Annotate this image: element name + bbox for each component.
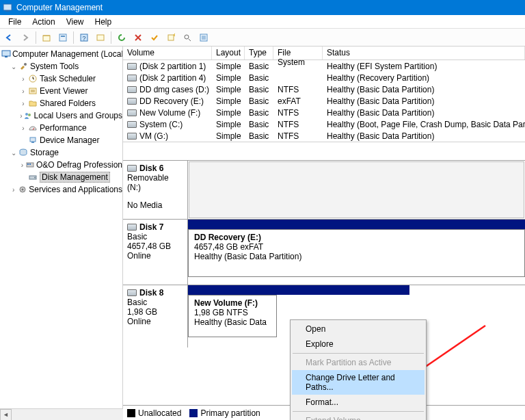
volume-row[interactable]: (Disk 2 partition 1)SimpleBasicHealthy (… [123,60,525,72]
menu-file[interactable]: File [3,16,27,28]
toolbar-refresh-button[interactable] [114,30,129,45]
menu-help[interactable]: Help [90,16,118,28]
tree-device-manager[interactable]: Device Manager [0,134,122,146]
svg-point-16 [25,113,28,116]
volume-name: VM (G:) [139,131,168,141]
disk-panel-6[interactable]: Disk 6 Removable (N:) No Media [123,160,525,219]
volume-icon [127,133,137,140]
tree-event-viewer[interactable]: › Event Viewer [0,85,122,97]
ctx-format[interactable]: Format... [292,395,425,410]
svg-rect-8 [168,35,174,40]
sidebar-scrollbar[interactable]: ◄ ► [0,408,123,420]
tree-disk-management[interactable]: Disk Management [0,171,122,183]
tree-system-tools[interactable]: ⌄ System Tools [0,60,122,73]
menu-action[interactable]: Action [27,16,60,28]
volume-row[interactable]: DD dmg cases (D:)SimpleBasicNTFSHealthy … [123,83,525,95]
volume-icon [127,75,137,81]
tree-task-scheduler[interactable]: › Task Scheduler [0,73,122,85]
partition-dd-recovery[interactable]: DD Recovery (E:) 4657,48 GB exFAT Health… [188,229,525,277]
volume-row[interactable]: (Disk 2 partition 4)SimpleBasicHealthy (… [123,72,525,83]
computer-icon [1,49,11,60]
ctx-separator [293,353,424,354]
svg-rect-22 [27,163,29,165]
defrag-icon [25,159,35,170]
svg-rect-11 [2,51,10,56]
volume-row[interactable]: New Volume (F:)SimpleBasicNTFSHealthy (B… [123,107,525,118]
ctx-change-drive-letter[interactable]: Change Drive Letter and Paths... [292,370,425,395]
tree-shared-folders[interactable]: › Shared Folders [0,97,122,109]
volume-row[interactable]: VM (G:)SimpleBasicNTFSHealthy (Basic Dat… [123,130,525,142]
volume-layout: Simple [212,73,245,83]
expander-icon[interactable]: › [19,75,27,83]
partition-new-volume[interactable]: New Volume (F:) 1,98 GB NTFS Healthy (Ba… [188,295,277,337]
toolbar-view-button[interactable] [93,30,108,45]
volume-icon [127,109,137,116]
menu-view[interactable]: View [61,16,90,28]
toolbar-new-button[interactable] [163,30,178,45]
toolbar-delete-button[interactable] [131,30,146,45]
col-filesystem[interactable]: File System [273,47,323,60]
disk-panel-7[interactable]: Disk 7 Basic 4657,48 GB Online DD Recove… [123,219,525,285]
svg-point-27 [21,189,23,191]
tree-storage[interactable]: ⌄ Storage [0,146,122,159]
toolbar-back-button[interactable] [1,30,16,45]
expander-icon[interactable]: › [19,161,25,169]
expander-icon[interactable]: ⌄ [10,63,18,70]
ctx-open[interactable]: Open [292,321,425,337]
volume-row[interactable]: System (C:)SimpleBasicNTFSHealthy (Boot,… [123,118,525,130]
services-icon [17,184,27,195]
volume-name: (Disk 2 partition 4) [139,73,206,83]
toolbar: ? [0,29,525,47]
expander-icon[interactable]: › [10,186,17,194]
disk-icon [127,224,137,231]
svg-rect-2 [43,36,50,41]
col-volume[interactable]: Volume [123,47,212,60]
tree-performance[interactable]: › Performance [0,122,122,134]
svg-point-25 [34,177,36,179]
svg-point-17 [28,114,31,116]
toolbar-list-button[interactable] [196,30,211,45]
toolbar-forward-button[interactable] [18,30,33,45]
ctx-explore[interactable]: Explore [292,337,425,352]
volume-icon [127,86,137,93]
tree-services[interactable]: › Services and Applications [0,183,122,196]
ctx-mark-active: Mark Partition as Active [292,355,425,370]
legend-unallocated: Unallocated [127,408,181,418]
scroll-left-icon[interactable]: ◄ [0,409,12,421]
toolbar-separator [73,31,74,44]
toolbar-props-button[interactable] [55,30,70,45]
expander-icon[interactable]: ⌄ [10,149,18,157]
disk-icon [127,165,137,172]
volume-name: DD dmg cases (D:) [139,85,209,94]
svg-rect-19 [31,142,34,143]
volume-fs: exFAT [273,96,323,106]
col-layout[interactable]: Layout [212,47,245,60]
volume-fs: NTFS [273,108,323,118]
ctx-separator [293,411,424,412]
volume-layout: Simple [212,85,245,94]
tree-local-users[interactable]: › Local Users and Groups [0,109,122,122]
toolbar-check-button[interactable] [147,30,162,45]
col-status[interactable]: Status [323,47,525,60]
svg-rect-0 [3,4,12,10]
tree-root[interactable]: Computer Management (Local [0,48,122,60]
svg-rect-1 [5,10,10,12]
expander-icon[interactable]: › [19,88,27,95]
toolbar-up-button[interactable] [39,30,54,45]
disk-info: Disk 8 Basic 1,98 GB Online [123,285,188,347]
volume-list: Volume Layout Type File System Status (D… [123,47,525,142]
volume-status: Healthy (Boot, Page File, Crash Dump, Ba… [323,120,525,129]
event-icon [27,86,38,96]
expander-icon[interactable]: › [19,124,27,132]
toolbar-help-button[interactable]: ? [77,30,92,45]
col-type[interactable]: Type [245,47,273,60]
volume-type: Basic [245,108,273,118]
expander-icon[interactable]: › [19,100,27,107]
volume-layout: Simple [212,62,245,71]
toolbar-search-button[interactable] [180,30,195,45]
volume-row[interactable]: DD Recovery (E:)SimpleBasicexFATHealthy … [123,95,525,107]
volume-status: Healthy (Basic Data Partition) [323,131,525,141]
tree-defrag[interactable]: › O&O Defrag Profession [0,159,122,171]
svg-rect-23 [29,163,31,165]
folder-icon [27,98,38,109]
